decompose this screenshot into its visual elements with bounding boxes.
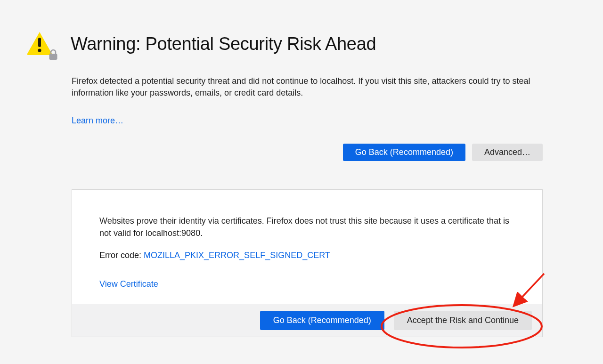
panel-explanation: Websites prove their identity via certif… — [99, 215, 515, 239]
advanced-panel: Websites prove their identity via certif… — [72, 189, 543, 337]
go-back-button-footer[interactable]: Go Back (Recommended) — [260, 311, 384, 330]
warning-icon-group — [26, 31, 56, 57]
error-line: Error code: MOZILLA_PKIX_ERROR_SELF_SIGN… — [99, 251, 515, 260]
svg-rect-2 — [49, 54, 57, 60]
body-block: Firefox detected a potential security th… — [72, 75, 543, 337]
advanced-panel-body: Websites prove their identity via certif… — [72, 190, 542, 304]
go-back-button[interactable]: Go Back (Recommended) — [343, 144, 465, 161]
header-row: Warning: Potential Security Risk Ahead — [26, 31, 546, 57]
view-certificate-link[interactable]: View Certificate — [99, 279, 158, 289]
lock-icon — [48, 49, 58, 60]
security-warning-page: Warning: Potential Security Risk Ahead F… — [0, 0, 603, 356]
accept-risk-button[interactable]: Accept the Risk and Continue — [394, 311, 532, 330]
lead-paragraph: Firefox detected a potential security th… — [72, 75, 543, 99]
learn-more-link[interactable]: Learn more… — [72, 116, 123, 126]
svg-rect-0 — [38, 38, 41, 47]
error-label: Error code: — [99, 251, 144, 260]
advanced-button[interactable]: Advanced… — [472, 144, 543, 161]
error-code-link[interactable]: MOZILLA_PKIX_ERROR_SELF_SIGNED_CERT — [144, 251, 330, 260]
primary-button-row: Go Back (Recommended) Advanced… — [72, 144, 543, 161]
svg-point-1 — [38, 49, 41, 52]
page-title: Warning: Potential Security Risk Ahead — [71, 34, 376, 55]
panel-footer: Go Back (Recommended) Accept the Risk an… — [72, 304, 542, 337]
